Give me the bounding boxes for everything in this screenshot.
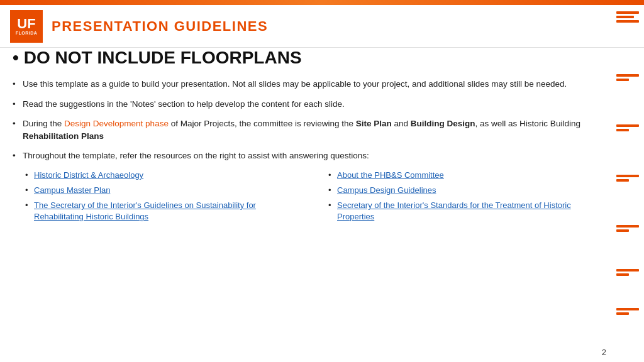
deco-line: [616, 16, 634, 18]
deco-group-4: [616, 175, 639, 182]
top-bar: [0, 0, 644, 5]
resource-item-4: Campus Design Guidelines: [328, 185, 606, 196]
deco-group-1: [616, 11, 639, 23]
rehab-plans-bold: Rehabilitation Plans: [23, 131, 104, 141]
deco-line: [616, 74, 639, 77]
deco-line: [616, 175, 639, 177]
resource-item-6: Secretary of the Interior's Standards fo…: [328, 200, 606, 222]
page-number: 2: [602, 348, 606, 357]
bullet-4-text: Throughout the template, refer the resou…: [23, 151, 369, 160]
deco-line: [616, 129, 629, 131]
logo-uf-text: UF: [16, 17, 38, 31]
design-development-link[interactable]: Design Development phase: [64, 119, 169, 128]
deco-line: [616, 124, 639, 127]
bullet-3-text: During the Design Development phase of M…: [23, 119, 580, 141]
bullet-item-3: During the Design Development phase of M…: [13, 118, 606, 142]
header: UF FLORIDA PRESENTATION GUIDELINES: [0, 5, 644, 48]
resources-section: Historic District & Archaeology About th…: [13, 170, 606, 223]
bullet-item-4: Throughout the template, refer the resou…: [13, 150, 606, 162]
bullet-1-text: Use this template as a guide to build yo…: [23, 79, 567, 89]
campus-master-plan-link[interactable]: Campus Master Plan: [34, 185, 110, 195]
resource-item-1: Historic District & Archaeology: [25, 170, 303, 181]
logo-florida-text: FLORIDA: [16, 31, 38, 35]
main-heading: • DO NOT INCLUDE FLOORPLANS: [13, 48, 606, 68]
campus-design-guidelines-link[interactable]: Campus Design Guidelines: [337, 185, 436, 195]
deco-line: [616, 269, 639, 272]
deco-line: [616, 229, 629, 232]
bullet-item-1: Use this template as a guide to build yo…: [13, 78, 606, 90]
secretary-sustainability-link[interactable]: The Secretary of the Interior's Guidelin…: [34, 200, 256, 221]
heading-bullet: •: [13, 48, 19, 68]
presentation-title: PRESENTATION GUIDELINES: [52, 18, 268, 35]
deco-line: [616, 20, 639, 23]
heading-text: DO NOT INCLUDE FLOORPLANS: [24, 48, 302, 68]
deco-line: [616, 11, 639, 14]
resource-item-5: The Secretary of the Interior's Guidelin…: [25, 200, 303, 222]
deco-line: [616, 273, 629, 276]
deco-line: [616, 179, 629, 182]
deco-group-7: [616, 308, 639, 315]
deco-group-2: [616, 74, 639, 81]
resource-item-3: Campus Master Plan: [25, 185, 303, 196]
site-plan-bold: Site Plan: [356, 119, 392, 128]
uf-logo: UF FLORIDA: [10, 10, 43, 43]
resource-item-2: About the PHB&S Committee: [328, 170, 606, 181]
main-content: • DO NOT INCLUDE FLOORPLANS Use this tem…: [13, 48, 606, 343]
deco-line: [616, 308, 639, 310]
deco-line: [616, 79, 629, 81]
bullet-list: Use this template as a guide to build yo…: [13, 78, 606, 162]
phbs-committee-link[interactable]: About the PHB&S Committee: [337, 170, 444, 180]
deco-group-6: [616, 269, 639, 276]
deco-line: [616, 312, 629, 315]
bullet-item-2: Read the suggestions in the 'Notes' sect…: [13, 98, 606, 111]
building-design-bold: Building Design: [411, 119, 475, 128]
deco-group-5: [616, 225, 639, 232]
resources-grid: Historic District & Archaeology About th…: [25, 170, 606, 223]
deco-line: [616, 225, 639, 228]
deco-group-3: [616, 124, 639, 131]
secretary-standards-link[interactable]: Secretary of the Interior's Standards fo…: [337, 200, 571, 221]
bullet-2-text: Read the suggestions in the 'Notes' sect…: [23, 99, 345, 109]
historic-district-link[interactable]: Historic District & Archaeology: [34, 170, 143, 180]
